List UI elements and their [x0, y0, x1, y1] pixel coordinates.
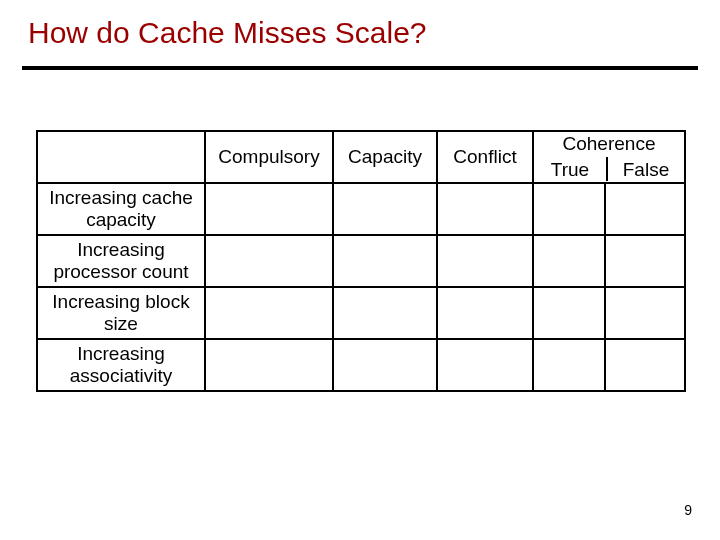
- miss-scale-table: Compulsory Capacity Conflict Coherence T…: [36, 130, 684, 392]
- cell: [205, 339, 333, 391]
- slide: How do Cache Misses Scale? Compulsory Ca…: [0, 0, 720, 540]
- slide-title: How do Cache Misses Scale?: [28, 16, 427, 50]
- row-label: Increasing block size: [37, 287, 205, 339]
- cell: [437, 183, 533, 235]
- row-label-line2: size: [38, 313, 204, 335]
- cell: [437, 287, 533, 339]
- cell: [605, 235, 685, 287]
- header-capacity: Capacity: [333, 131, 437, 183]
- cell: [605, 183, 685, 235]
- table-row: Increasing block size: [37, 287, 685, 339]
- cell: [205, 183, 333, 235]
- cell: [605, 339, 685, 391]
- header-coherence-false: False: [608, 157, 684, 181]
- header-blank: [37, 131, 205, 183]
- row-label-line2: processor count: [38, 261, 204, 283]
- cell: [533, 235, 605, 287]
- row-label-line1: Increasing: [38, 239, 204, 261]
- cell: [437, 339, 533, 391]
- cell: [333, 287, 437, 339]
- cell: [437, 235, 533, 287]
- row-label-line1: Increasing cache: [38, 187, 204, 209]
- cell: [533, 287, 605, 339]
- header-coherence-label: Coherence: [534, 133, 684, 157]
- header-compulsory: Compulsory: [205, 131, 333, 183]
- header-conflict: Conflict: [437, 131, 533, 183]
- page-number: 9: [684, 502, 692, 518]
- row-label-line2: associativity: [38, 365, 204, 387]
- header-coherence: Coherence True False: [533, 131, 685, 183]
- cell: [333, 235, 437, 287]
- title-divider: [22, 66, 698, 70]
- table-row: Increasing cache capacity: [37, 183, 685, 235]
- row-label-line1: Increasing: [38, 343, 204, 365]
- cell: [605, 287, 685, 339]
- row-label: Increasing associativity: [37, 339, 205, 391]
- cell: [205, 235, 333, 287]
- table: Compulsory Capacity Conflict Coherence T…: [36, 130, 686, 392]
- cell: [333, 339, 437, 391]
- row-label-line2: capacity: [38, 209, 204, 231]
- table-row: Increasing associativity: [37, 339, 685, 391]
- table-row: Increasing processor count: [37, 235, 685, 287]
- table-header-row: Compulsory Capacity Conflict Coherence T…: [37, 131, 685, 183]
- cell: [205, 287, 333, 339]
- cell: [333, 183, 437, 235]
- header-coherence-true: True: [534, 157, 608, 181]
- row-label-line1: Increasing block: [38, 291, 204, 313]
- cell: [533, 339, 605, 391]
- cell: [533, 183, 605, 235]
- row-label: Increasing processor count: [37, 235, 205, 287]
- row-label: Increasing cache capacity: [37, 183, 205, 235]
